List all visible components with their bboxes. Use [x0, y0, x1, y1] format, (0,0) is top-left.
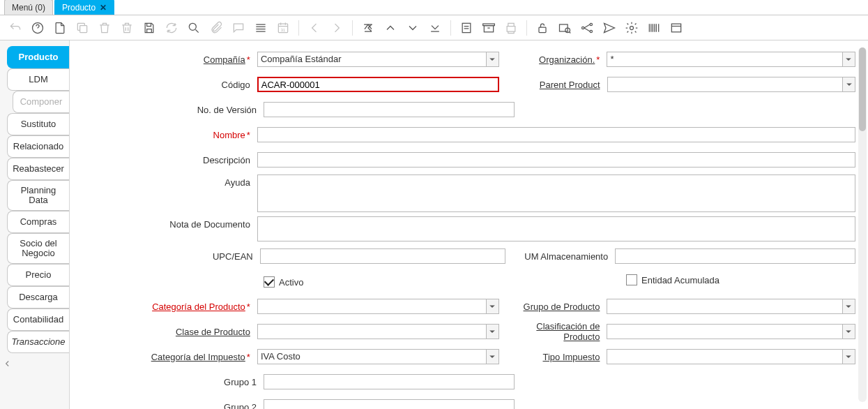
svg-rect-5: [462, 23, 471, 32]
chat-icon: [230, 20, 247, 36]
label-entidad: Entidad Acumulada: [641, 275, 719, 285]
chevron-down-icon[interactable]: [842, 299, 855, 313]
checkbox-entidad[interactable]: Entidad Acumulada: [626, 274, 719, 285]
prev-icon: [306, 20, 323, 36]
label-grupo1: Grupo 1: [224, 377, 257, 387]
chevron-down-icon[interactable]: [486, 299, 498, 313]
next-icon: [328, 20, 345, 36]
svg-point-11: [590, 23, 592, 25]
field-organizacion[interactable]: *: [607, 52, 855, 67]
label-version: No. de Versión: [197, 105, 257, 115]
close-icon[interactable]: ✕: [100, 3, 107, 13]
chevron-down-icon[interactable]: [486, 52, 498, 66]
label-compania: Compañía: [204, 54, 245, 65]
attach-icon: [208, 20, 224, 36]
sidebar-item-7[interactable]: Compras: [7, 211, 69, 233]
checkbox-activo[interactable]: Activo: [264, 276, 303, 288]
field-descripcion[interactable]: [257, 152, 855, 168]
field-nota[interactable]: [257, 216, 855, 241]
label-grupo2: Grupo 2: [224, 402, 257, 410]
new-icon[interactable]: [52, 20, 68, 36]
field-codigo[interactable]: [257, 77, 499, 92]
sidebar-item-2: Componer: [13, 91, 69, 113]
field-clasif[interactable]: [607, 324, 855, 339]
label-umalm: UM Almacenamiento: [524, 251, 608, 262]
chevron-down-icon[interactable]: [486, 325, 498, 339]
field-catprod[interactable]: [257, 299, 499, 314]
chevron-down-icon[interactable]: [842, 350, 855, 364]
value-catimp: IVA Costo: [258, 350, 486, 364]
sidebar-item-5[interactable]: Reabastecer: [7, 158, 69, 180]
chevron-down-icon[interactable]: [842, 325, 855, 339]
save-icon[interactable]: [141, 20, 158, 36]
sidebar-item-4[interactable]: Relacionado: [7, 135, 69, 158]
tab-producto[interactable]: Producto ✕: [54, 0, 114, 15]
gear-icon[interactable]: [623, 20, 640, 36]
delete-selection-icon: [119, 20, 135, 36]
sidebar-item-0[interactable]: Producto: [7, 46, 69, 68]
scrollbar[interactable]: [858, 47, 867, 402]
sidebar-item-6[interactable]: Planning Data: [7, 180, 69, 211]
help-icon[interactable]: [29, 20, 46, 36]
first-icon[interactable]: [360, 20, 376, 36]
quickinfo-icon[interactable]: [668, 20, 685, 36]
last-icon[interactable]: [427, 20, 443, 36]
field-grupo2[interactable]: [264, 399, 515, 409]
chevron-down-icon[interactable]: [842, 77, 855, 91]
value-organizacion: *: [607, 52, 842, 66]
field-umalm[interactable]: [615, 248, 855, 264]
archive-icon[interactable]: [480, 20, 497, 36]
field-claseprod[interactable]: [257, 324, 499, 339]
sidebar-item-1[interactable]: LDM: [7, 68, 69, 91]
field-grupoprod[interactable]: [607, 299, 855, 314]
workflow-icon[interactable]: [579, 20, 595, 36]
value-compania: Compañía Estándar: [258, 52, 486, 66]
field-version[interactable]: [264, 102, 515, 117]
tab-menu[interactable]: Menú (0): [4, 0, 53, 15]
chevron-down-icon[interactable]: [842, 52, 855, 66]
undo-icon: [7, 20, 24, 36]
scrollbar-thumb[interactable]: [859, 47, 866, 131]
label-claseprod: Clase de Producto: [176, 327, 250, 337]
svg-rect-1: [80, 25, 87, 32]
field-catimp[interactable]: IVA Costo: [257, 349, 499, 364]
form-panel: Compañía* Compañía Estándar Organización…: [70, 40, 868, 409]
up-icon[interactable]: [382, 20, 399, 36]
label-grupoprod: Grupo de Producto: [524, 302, 600, 312]
check-icon: [626, 274, 637, 285]
grid-toggle-icon[interactable]: [252, 20, 269, 36]
field-upc[interactable]: [260, 248, 506, 264]
label-upc: UPC/EAN: [213, 251, 253, 262]
zoom-across-icon[interactable]: [556, 20, 573, 36]
sidebar-collapse[interactable]: [3, 359, 69, 369]
label-parent: Parent Product: [540, 80, 600, 90]
search-icon[interactable]: [185, 20, 202, 36]
field-parent[interactable]: [607, 77, 855, 92]
svg-rect-14: [671, 24, 680, 32]
chevron-down-icon[interactable]: [486, 350, 498, 364]
label-tipoimp: Tipo Impuesto: [542, 352, 600, 362]
sidebar-item-9[interactable]: Precio: [7, 264, 69, 286]
sidebar-item-12[interactable]: Transaccione: [7, 331, 69, 353]
field-compania[interactable]: Compañía Estándar: [257, 52, 499, 67]
field-tipoimp[interactable]: [607, 349, 855, 364]
sidebar-item-8[interactable]: Socio del Negocio: [7, 233, 69, 264]
svg-point-10: [582, 27, 584, 29]
field-ayuda[interactable]: [257, 174, 855, 212]
svg-point-13: [630, 26, 634, 29]
down-icon[interactable]: [404, 20, 421, 36]
sidebar-item-10[interactable]: Descarga: [7, 286, 69, 308]
report-icon[interactable]: [458, 20, 475, 36]
sidebar-item-11[interactable]: Contabilidad: [7, 308, 69, 331]
field-nombre[interactable]: [257, 127, 855, 142]
check-icon: [264, 276, 275, 288]
label-ayuda: Ayuda: [224, 177, 250, 188]
barcode-icon[interactable]: [646, 20, 662, 36]
main: ProductoLDMComponerSustitutoRelacionadoR…: [0, 40, 868, 409]
request-icon[interactable]: [601, 20, 618, 36]
lock-icon[interactable]: [534, 20, 551, 36]
tab-producto-label: Producto: [62, 3, 96, 13]
label-organizacion: Organización.: [539, 54, 595, 65]
sidebar-item-3[interactable]: Sustituto: [7, 113, 69, 135]
field-grupo1[interactable]: [264, 374, 515, 389]
